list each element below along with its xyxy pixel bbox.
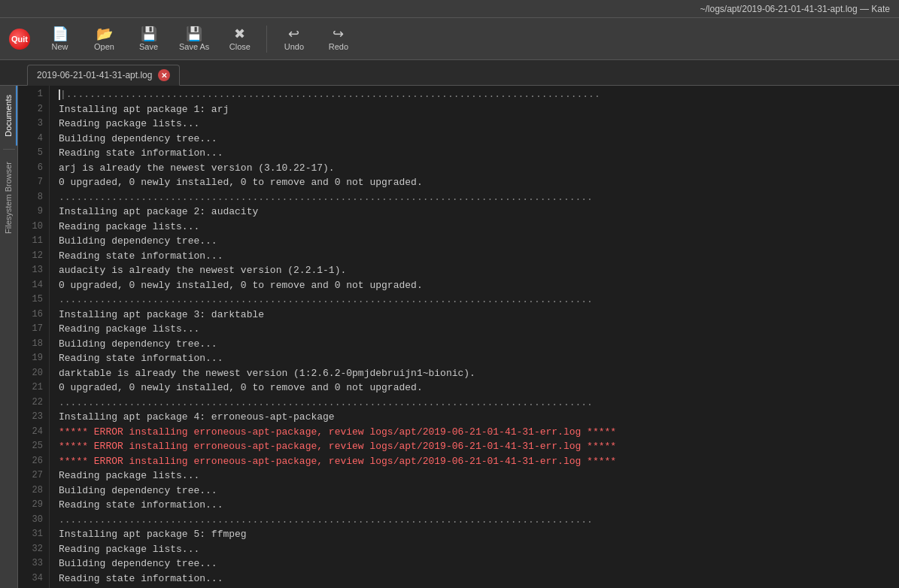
code-line: Reading state information... <box>59 498 899 513</box>
code-line: Reading package lists... <box>59 117 899 132</box>
code-line: ***** ERROR installing erroneous-apt-pac… <box>59 439 899 454</box>
line-number: 1 <box>21 87 43 102</box>
line-number: 25 <box>21 439 43 454</box>
main-area: Documents Filesystem Browser 12345678910… <box>0 86 899 588</box>
code-line: Reading state information... <box>59 249 899 264</box>
line-number: 33 <box>21 556 43 571</box>
line-numbers: 1234567891011121314151617181920212223242… <box>18 86 50 588</box>
code-line: ***** ERROR installing erroneous-apt-pac… <box>59 425 899 440</box>
code-line: Reading package lists... <box>59 542 899 557</box>
saveas-icon: 💾 <box>186 27 202 41</box>
tabs-bar: 2019-06-21-01-41-31-apt.log ✕ <box>0 60 899 86</box>
line-number: 10 <box>21 220 43 235</box>
code-line: Reading state information... <box>59 146 899 161</box>
line-number: 30 <box>21 513 43 528</box>
redo-icon: ↪ <box>333 27 344 41</box>
line-number: 6 <box>21 161 43 176</box>
code-line: Reading package lists... <box>59 468 899 483</box>
line-number: 21 <box>21 380 43 396</box>
code-line: |.......................................… <box>59 87 899 102</box>
line-number: 32 <box>21 542 43 557</box>
line-number: 28 <box>21 483 43 499</box>
line-number: 24 <box>21 425 43 440</box>
quit-icon: Quit <box>9 29 30 50</box>
editor-area: 1234567891011121314151617181920212223242… <box>18 86 899 588</box>
code-line: Building dependency tree... <box>59 234 899 249</box>
code-line: darktable is already the newest version … <box>59 366 899 381</box>
line-number: 3 <box>21 117 43 132</box>
code-line: arj is already the newest version (3.10.… <box>59 161 899 176</box>
code-line: 0 upgraded, 0 newly installed, 0 to remo… <box>59 380 899 396</box>
code-line: 0 upgraded, 0 newly installed, 0 to remo… <box>59 278 899 293</box>
tab-filename: 2019-06-21-01-41-31-apt.log <box>37 70 152 80</box>
redo-button[interactable]: ↪ Redo <box>317 23 359 56</box>
code-line: Installing apt package 2: audacity <box>59 205 899 220</box>
code-line: Installing apt package 5: ffmpeg <box>59 527 899 542</box>
code-line: audacity is already the newest version (… <box>59 263 899 278</box>
close-button[interactable]: ✖ Close <box>219 23 260 56</box>
toolbar-separator <box>266 26 267 53</box>
code-line: Building dependency tree... <box>59 132 899 147</box>
code-line: Reading state information... <box>59 571 899 586</box>
line-number: 16 <box>21 308 43 323</box>
quit-button[interactable]: Quit <box>6 26 33 53</box>
tab-close-button[interactable]: ✕ <box>158 69 170 81</box>
file-tab[interactable]: 2019-06-21-01-41-31-apt.log ✕ <box>27 65 180 86</box>
code-line: Building dependency tree... <box>59 337 899 352</box>
line-number: 15 <box>21 292 43 308</box>
line-number: 27 <box>21 468 43 483</box>
line-number: 12 <box>21 249 43 264</box>
save-icon: 💾 <box>141 27 157 41</box>
code-line: ........................................… <box>59 292 899 308</box>
line-number: 8 <box>21 190 43 205</box>
code-content[interactable]: |.......................................… <box>50 86 899 588</box>
line-number: 26 <box>21 454 43 469</box>
open-button[interactable]: 📂 Open <box>84 23 125 56</box>
line-number: 29 <box>21 498 43 513</box>
code-line: 0 upgraded, 0 newly installed, 0 to remo… <box>59 175 899 190</box>
line-number: 2 <box>21 102 43 117</box>
code-line: Building dependency tree... <box>59 483 899 499</box>
code-line: ........................................… <box>59 396 899 411</box>
line-number: 13 <box>21 263 43 278</box>
line-number: 22 <box>21 396 43 411</box>
save-button[interactable]: 💾 Save <box>128 23 169 56</box>
code-line: Installing apt package 3: darktable <box>59 308 899 323</box>
undo-button[interactable]: ↩ Undo <box>273 23 314 56</box>
sidebar-item-documents[interactable]: Documents <box>1 86 17 146</box>
line-number: 19 <box>21 351 43 366</box>
line-number: 11 <box>21 234 43 249</box>
code-line: ***** ERROR installing erroneous-apt-pac… <box>59 454 899 469</box>
saveas-button[interactable]: 💾 Save As <box>172 23 216 56</box>
undo-icon: ↩ <box>288 27 299 41</box>
line-number: 5 <box>21 146 43 161</box>
code-line: Building dependency tree... <box>59 556 899 571</box>
line-number: 18 <box>21 337 43 352</box>
code-line: Reading package lists... <box>59 322 899 337</box>
code-line: ........................................… <box>59 190 899 205</box>
new-icon: 📄 <box>52 27 68 41</box>
side-panel-divider <box>3 149 15 150</box>
line-number: 4 <box>21 132 43 147</box>
code-line: Installing apt package 4: erroneous-apt-… <box>59 410 899 425</box>
sidebar-item-filesystem[interactable]: Filesystem Browser <box>1 153 17 243</box>
line-number: 34 <box>21 571 43 586</box>
line-number: 7 <box>21 175 43 190</box>
code-line: Installing apt package 1: arj <box>59 102 899 117</box>
new-button[interactable]: 📄 New <box>39 23 80 56</box>
side-panel: Documents Filesystem Browser <box>0 86 18 588</box>
line-number: 9 <box>21 205 43 220</box>
code-line: Reading package lists... <box>59 220 899 235</box>
line-number: 17 <box>21 322 43 337</box>
line-number: 20 <box>21 366 43 381</box>
text-cursor <box>59 89 60 100</box>
code-line: ........................................… <box>59 513 899 528</box>
window-title: ~/logs/apt/2019-06-21-01-41-31-apt.log —… <box>700 4 891 14</box>
line-number: 23 <box>21 410 43 425</box>
open-icon: 📂 <box>96 27 113 41</box>
line-number: 14 <box>21 278 43 293</box>
code-line: Reading state information... <box>59 351 899 366</box>
title-bar: ~/logs/apt/2019-06-21-01-41-31-apt.log —… <box>0 0 899 18</box>
line-number: 31 <box>21 527 43 542</box>
close-icon: ✖ <box>234 27 245 41</box>
